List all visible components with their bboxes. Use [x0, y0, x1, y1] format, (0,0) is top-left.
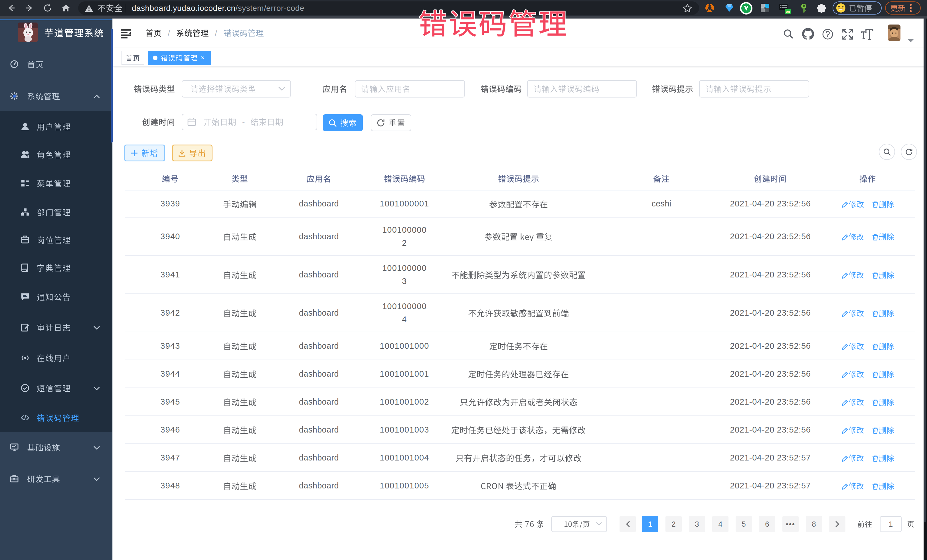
- svg-text:on: on: [786, 10, 790, 14]
